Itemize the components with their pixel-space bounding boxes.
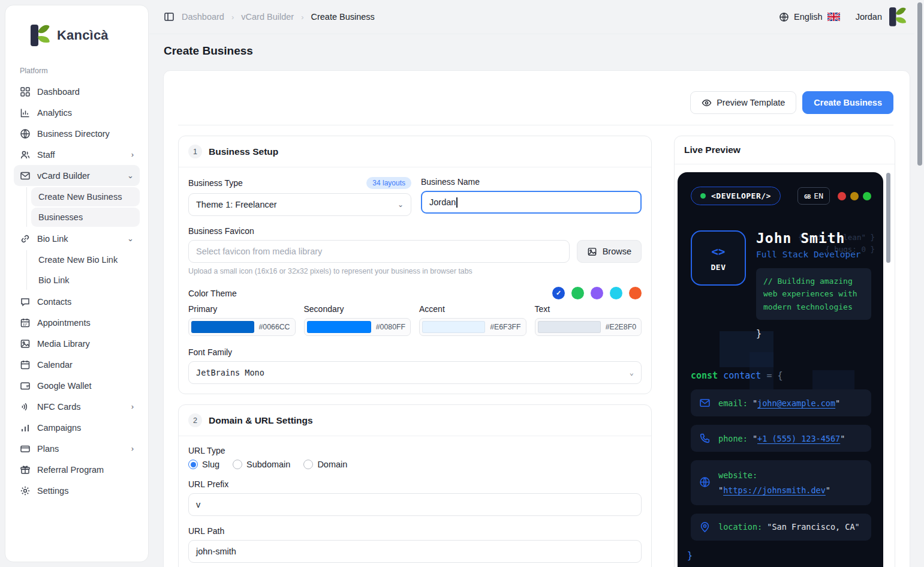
sidebar-item-appointments[interactable]: Appointments [14, 312, 140, 333]
business-name-input[interactable]: Jordan [421, 191, 642, 214]
chevron-down-icon: ⌄ [127, 171, 134, 180]
sidebar-item-campaigns[interactable]: Campaigns [14, 417, 140, 438]
radio-domain[interactable]: Domain [303, 460, 347, 469]
website-link[interactable]: https://johnsmith.dev [723, 485, 826, 495]
location-pin-icon [699, 521, 711, 533]
sidebar-item-contacts[interactable]: Contacts [14, 291, 140, 312]
green-dot-icon [863, 192, 871, 200]
breadcrumb-dashboard[interactable]: Dashboard [182, 12, 224, 22]
text-color-picker[interactable]: #E2E8F0 [535, 318, 642, 336]
user-menu[interactable]: Jordan [856, 5, 908, 29]
preset-green[interactable] [571, 287, 584, 299]
preview-template-button[interactable]: Preview Template [690, 91, 796, 114]
contact-location-row: location: "San Francisco, CA" [691, 514, 871, 541]
image-icon [20, 338, 31, 349]
chevron-right-icon: › [131, 150, 134, 159]
sidebar-item-calendar[interactable]: Calendar [14, 354, 140, 375]
globe-icon [779, 12, 789, 22]
font-family-select[interactable]: JetBrains Mono ⌄ [188, 361, 642, 384]
staff-icon [20, 149, 31, 160]
preset-blue[interactable]: ✓ [552, 287, 565, 299]
sidebar-toggle-icon[interactable] [164, 11, 174, 22]
color-presets: ✓ [552, 287, 642, 299]
preview-role: Full Stack Developer [756, 250, 871, 259]
sidebar-item-businesses[interactable]: Businesses [31, 208, 140, 227]
radio-icon [233, 460, 242, 469]
url-prefix-input[interactable]: v [188, 493, 642, 516]
brand[interactable]: Kancìcà [14, 17, 140, 63]
location-value: San Francisco, CA [772, 522, 854, 532]
sidebar-item-create-new-bio-link[interactable]: Create New Bio Link [31, 250, 140, 269]
sidebar-item-google-wallet[interactable]: Google Wallet [14, 375, 140, 396]
eye-icon [702, 98, 712, 108]
url-path-label: URL Path [188, 526, 642, 536]
vcard-preview: <DEVELOPER/> GB EN [678, 172, 883, 567]
sidebar-item-settings[interactable]: Settings [14, 480, 140, 501]
brace: } [687, 550, 871, 561]
vcard-icon [20, 170, 31, 181]
sidebar-item-business-directory[interactable]: Business Directory [14, 123, 140, 144]
accent-color-picker[interactable]: #E6F3FF [419, 318, 526, 336]
favicon-input[interactable]: Select favicon from media library [188, 240, 570, 263]
business-type-select[interactable]: Theme 1: Freelancer ⌄ [188, 193, 411, 216]
url-path-input[interactable]: john-smith [188, 540, 642, 563]
contact-website-row: website:"https://johnsmith.dev" [691, 460, 871, 505]
toolbar: Preview Template Create Business [690, 91, 893, 114]
accent-color-label: Accent [419, 304, 526, 314]
text-caret [456, 197, 458, 208]
primary-color-label: Primary [188, 304, 296, 314]
accent-color-swatch [422, 321, 485, 333]
phone-icon [699, 433, 711, 444]
phone-link[interactable]: +1 (555) 123-4567 [757, 434, 840, 443]
color-theme-label: Color Theme [188, 289, 237, 298]
browse-button[interactable]: Browse [577, 240, 642, 263]
text-color-swatch [538, 321, 601, 333]
chevron-down-icon: ⌄ [630, 368, 634, 377]
page-title: Create Business [164, 44, 253, 58]
url-type-radios: Slug Subdomain Domain [188, 460, 642, 469]
check-icon: ✓ [556, 289, 561, 297]
primary-color-picker[interactable]: #0066CC [188, 318, 296, 336]
create-business-button[interactable]: Create Business [802, 91, 893, 114]
vcard-children: Create New Business Businesses [26, 187, 140, 227]
sidebar-item-bio-link[interactable]: Bio Link ⌄ [14, 228, 140, 249]
sidebar-item-create-new-business[interactable]: Create New Business [31, 187, 140, 206]
image-icon [587, 247, 597, 257]
gear-icon [20, 485, 31, 496]
calendar-icon [20, 359, 31, 370]
email-link[interactable]: john@example.com [757, 398, 835, 408]
main-card: Preview Template Create Business 1 Busin… [163, 70, 910, 567]
preset-cyan[interactable] [610, 287, 622, 299]
sidebar-item-vcard-builder[interactable]: vCard Builder ⌄ [14, 165, 140, 186]
radio-slug[interactable]: Slug [188, 460, 219, 469]
language-label: English [794, 12, 823, 22]
nfc-icon [20, 401, 31, 412]
bars-icon [20, 422, 31, 433]
step-badge: 1 [188, 145, 202, 158]
sidebar-item-dashboard[interactable]: Dashboard [14, 81, 140, 102]
sidebar-item-plans[interactable]: Plans › [14, 438, 140, 459]
chevron-right-icon: › [131, 444, 134, 453]
section-title: Domain & URL Settings [209, 415, 313, 426]
secondary-color-picker[interactable]: #0080FF [304, 318, 411, 336]
secondary-color-label: Secondary [304, 304, 411, 314]
page-scrollbar[interactable] [917, 2, 922, 166]
sidebar-item-staff[interactable]: Staff › [14, 144, 140, 165]
preview-scrollbar[interactable] [886, 173, 890, 263]
sidebar-item-analytics[interactable]: Analytics [14, 102, 140, 123]
radio-subdomain[interactable]: Subdomain [233, 460, 290, 469]
preset-orange[interactable] [629, 287, 642, 299]
sidebar-item-bio-link-child[interactable]: Bio Link [31, 271, 140, 290]
favicon-helper: Upload a small icon (16x16 or 32x32 pixe… [188, 267, 642, 275]
sidebar-item-media-library[interactable]: Media Library [14, 333, 140, 354]
language-switcher[interactable]: English [779, 12, 840, 22]
breadcrumb-separator: › [301, 13, 303, 22]
sidebar-item-nfc-cards[interactable]: NFC Cards › [14, 396, 140, 417]
preview-language-toggle[interactable]: GB EN [797, 187, 830, 205]
code-brackets-icon: <> [712, 245, 726, 258]
preset-purple[interactable] [591, 287, 603, 299]
sidebar-item-referral-program[interactable]: Referral Program [14, 459, 140, 480]
breadcrumb-vcard-builder[interactable]: vCard Builder [241, 12, 294, 22]
email-icon [699, 397, 711, 409]
url-type-label: URL Type [188, 446, 642, 455]
